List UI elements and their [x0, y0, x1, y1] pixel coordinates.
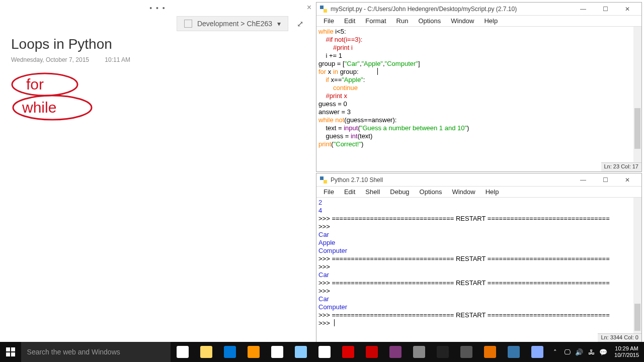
tray-chevron-icon[interactable]: ˄	[549, 342, 561, 362]
shell-output-area[interactable]: 24>>> ================================ R…	[316, 198, 641, 329]
svg-rect-7	[11, 347, 15, 351]
x-icon	[413, 346, 425, 358]
menu-help[interactable]: Help	[479, 16, 503, 26]
page-title[interactable]: Loops in Python	[11, 36, 112, 52]
clock-time: 10:29 AM	[614, 345, 639, 352]
menu-file[interactable]: File	[318, 187, 339, 197]
taskbar-app-edge[interactable]	[218, 342, 242, 362]
editor-menubar: FileEditFormatRunOptionsWindowHelp	[316, 16, 641, 27]
windows-icon	[6, 347, 15, 356]
taskbar-app-matlab[interactable]	[478, 342, 502, 362]
editor-scrollbar[interactable]	[633, 27, 641, 162]
taskbar-app-r[interactable]	[336, 342, 360, 362]
breadcrumb[interactable]: Development > ChE263 ▾	[177, 16, 288, 31]
maximize-button[interactable]: ☐	[594, 174, 616, 186]
svg-rect-8	[6, 352, 10, 356]
minimize-button[interactable]: —	[572, 3, 594, 15]
shell-menubar: FileEditShellDebugOptionsWindowHelp	[316, 187, 641, 198]
notepad-icon	[531, 346, 543, 358]
editor-code-area[interactable]: while i<5: #if not(i==3): #print i i += …	[316, 27, 641, 158]
edge-icon	[224, 346, 236, 358]
taskbar-app-x[interactable]	[407, 342, 431, 362]
matlab-icon	[484, 346, 496, 358]
tray-network-icon[interactable]: 🖧	[585, 342, 597, 362]
close-button[interactable]: ✕	[616, 3, 638, 15]
firefox-icon	[248, 346, 260, 358]
snagit-icon	[366, 346, 378, 358]
menu-options[interactable]: Options	[415, 187, 447, 197]
svg-rect-9	[11, 352, 15, 356]
menu-help[interactable]: Help	[480, 187, 504, 197]
tray-monitor-icon[interactable]: 🖵	[561, 342, 573, 362]
search-input[interactable]: Search the web and Windows	[21, 342, 171, 362]
taskbar-clock[interactable]: 10:29 AM 10/7/2015	[609, 345, 644, 358]
taskbar-app-contact[interactable]	[289, 342, 312, 362]
page-date: Wednesday, October 7, 2015	[11, 56, 89, 63]
onenote-icon	[389, 346, 401, 358]
python-icon	[319, 176, 328, 184]
taskbar-app-notepad[interactable]	[525, 342, 549, 362]
taskbar-app-cmd[interactable]	[431, 342, 454, 362]
onenote-toolbar: Development > ChE263 ▾ ⤢	[177, 16, 306, 31]
svg-point-0	[12, 73, 77, 96]
system-tray: ˄ 🖵 🔊 🖧 💬 10:29 AM 10/7/2015	[549, 342, 644, 362]
menu-file[interactable]: File	[318, 16, 339, 26]
maximize-button[interactable]: ☐	[594, 3, 616, 15]
taskbar: Search the web and Windows ˄ 🖵 🔊 🖧 💬 10:…	[0, 342, 644, 362]
tray-notification-icon[interactable]: 💬	[597, 342, 609, 362]
close-icon[interactable]: ×	[307, 3, 311, 12]
menu-debug[interactable]: Debug	[385, 187, 414, 197]
cmd-icon	[437, 346, 449, 358]
taskbar-app-firefox[interactable]	[242, 342, 265, 362]
editor-title-text: myScript.py - C:/Users/John Hedengren/De…	[331, 6, 517, 13]
taskbar-app-explorer[interactable]	[194, 342, 218, 362]
idle-shell-window: Python 2.7.10 Shell — ☐ ✕ FileEditShellD…	[316, 173, 642, 343]
contact-icon	[295, 346, 307, 358]
page-time: 10:11 AM	[105, 56, 130, 63]
menu-window[interactable]: Window	[447, 187, 480, 197]
shell-titlebar[interactable]: Python 2.7.10 Shell — ☐ ✕	[316, 173, 641, 187]
menu-edit[interactable]: Edit	[339, 16, 360, 26]
idle-editor-window: myScript.py - C:/Users/John Hedengren/De…	[316, 2, 642, 172]
svg-rect-5	[324, 180, 327, 184]
svg-rect-2	[320, 6, 324, 9]
python-icon	[319, 5, 328, 13]
menu-edit[interactable]: Edit	[339, 187, 360, 197]
menu-format[interactable]: Format	[360, 16, 391, 26]
menu-run[interactable]: Run	[391, 16, 414, 26]
taskbar-app-y[interactable]	[454, 342, 478, 362]
shell-scrollbar[interactable]	[633, 198, 641, 333]
taskbar-app-idle[interactable]	[502, 342, 525, 362]
minimize-button[interactable]: —	[572, 174, 594, 186]
taskbar-app-onenote[interactable]	[383, 342, 407, 362]
taskbar-app-snagit[interactable]	[360, 342, 383, 362]
close-button[interactable]: ✕	[616, 174, 638, 186]
editor-statusbar: Ln: 23 Col: 17	[601, 162, 642, 171]
menu-options[interactable]: Options	[413, 16, 446, 26]
ellipsis-icon[interactable]: • • •	[0, 4, 315, 12]
menu-window[interactable]: Window	[446, 16, 479, 26]
expand-button[interactable]: ⤢	[293, 17, 306, 30]
menu-shell[interactable]: Shell	[360, 187, 385, 197]
store-icon	[318, 346, 331, 358]
taskbar-app-chrome[interactable]	[265, 342, 289, 362]
editor-titlebar[interactable]: myScript.py - C:/Users/John Hedengren/De…	[316, 3, 641, 16]
taskbar-app-task-view[interactable]	[171, 342, 194, 362]
ink-drawing: for while	[7, 68, 118, 124]
chevron-down-icon: ▾	[277, 20, 281, 28]
task-view-icon	[177, 346, 189, 358]
taskbar-app-store[interactable]	[312, 342, 336, 362]
svg-rect-3	[324, 9, 327, 13]
y-icon	[460, 346, 472, 358]
ink-word-for: for	[26, 76, 44, 93]
section-color-icon	[184, 20, 192, 28]
svg-rect-6	[6, 347, 10, 351]
onenote-pane: • • • × Development > ChE263 ▾ ⤢ Loops i…	[0, 0, 315, 342]
breadcrumb-text: Development > ChE263	[197, 20, 272, 28]
r-icon	[342, 346, 354, 358]
clock-date: 10/7/2015	[614, 352, 639, 358]
taskbar-apps	[171, 342, 549, 362]
start-button[interactable]	[0, 342, 21, 362]
shell-statusbar: Ln: 3344 Col: 0	[598, 333, 641, 342]
tray-volume-icon[interactable]: 🔊	[573, 342, 585, 362]
